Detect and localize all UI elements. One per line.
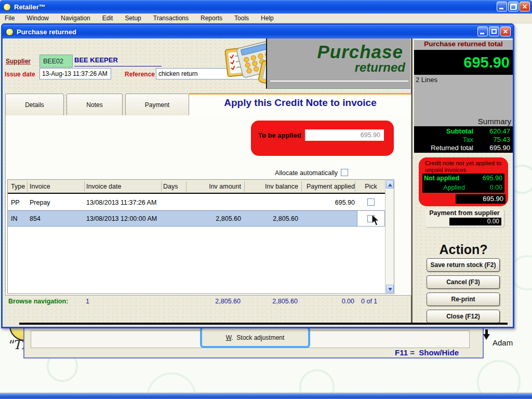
banner-line1: Purchase (267, 38, 410, 62)
purchase-returned-banner: Purchase returned (266, 38, 410, 89)
col-invoice-date[interactable]: Invoice date (86, 183, 121, 190)
menu-item-setup[interactable]: Setup (125, 15, 141, 22)
cancel-button[interactable]: Cancel (F3) (427, 275, 500, 289)
arrow-up-icon (388, 183, 392, 187)
menu-item-file[interactable]: File (5, 15, 15, 22)
cell-inv-amount: 2,805.60 (189, 215, 241, 222)
menu-item-window[interactable]: Window (26, 15, 49, 22)
minimize-icon (499, 8, 503, 9)
summary-row-subtotal: Subtotal 620.47 (414, 127, 513, 136)
main-titlebar: Retailer™ ✕ (0, 0, 532, 14)
menu-bar: File Window Navigation Edit Setup Transa… (0, 14, 532, 23)
table-row-prepay[interactable]: PP Prepay 13/08/2013 11:37:26 AM 695.90 (8, 195, 385, 210)
dialog-minimize-button[interactable] (477, 26, 488, 36)
maximize-icon (491, 29, 497, 34)
col-payment-applied[interactable]: Payment applied (303, 183, 355, 190)
payment-from-supplier-box: Payment from supplier 0.00 (425, 209, 504, 227)
scroll-up-button[interactable] (386, 180, 394, 189)
menu-item-help[interactable]: Help (261, 15, 274, 22)
browse-inv-amount: 2,805.60 (189, 298, 241, 305)
col-days[interactable]: Days (163, 183, 178, 190)
dialog-window-controls: ✕ (477, 26, 511, 36)
allocate-automatically-checkbox[interactable] (341, 169, 348, 176)
credit-note-net-value: 695.90 (456, 194, 506, 204)
to-be-applied-box: To be applied (251, 121, 394, 156)
browse-payment-applied: 0.00 (302, 298, 354, 305)
window-bottom-border (0, 393, 532, 399)
pick-checkbox-row1[interactable] (367, 198, 375, 206)
user-name-label: Adam (493, 338, 513, 347)
cell-type: IN (11, 215, 18, 222)
app-title: Retailer™ (14, 3, 46, 11)
save-return-stock-button[interactable]: Save return stock (F2) (427, 258, 500, 272)
allocate-automatically-label: Allocate automatically (234, 169, 338, 177)
summary-row-tax: Tax 75.43 (414, 136, 513, 144)
close-button[interactable]: ✕ (520, 2, 530, 11)
menu-item-tools[interactable]: Tools (234, 15, 249, 22)
dialog-close-button[interactable]: ✕ (500, 26, 511, 36)
app-icon (3, 3, 11, 11)
stock-adjustment-button[interactable]: W. Stock adjustment (200, 326, 310, 348)
tab-details[interactable]: Details (5, 94, 64, 116)
browse-row-count: 1 (86, 298, 96, 305)
reference-label: Reference (125, 71, 155, 78)
to-be-applied-input[interactable] (305, 129, 384, 141)
total-label-bar: Purchase returned total (414, 40, 513, 50)
supplier-code-field[interactable]: BEE02 (39, 55, 73, 68)
menu-item-reports[interactable]: Reports (201, 15, 222, 22)
background-window: W. Stock adjustment F11 = Show/Hide (23, 324, 484, 358)
payment-from-supplier-label: Payment from supplier (425, 209, 504, 217)
cell-invoice-date: 13/08/2013 12:00:00 AM (86, 215, 157, 222)
down-arrow-marker (482, 329, 491, 341)
scroll-down-button[interactable] (386, 285, 394, 293)
menu-item-transactions[interactable]: Transactions (153, 15, 189, 22)
summary-box: Subtotal 620.47 Tax 75.43 Returned total… (414, 126, 513, 153)
total-value-box: 695.90 (414, 50, 513, 75)
dialog-icon (6, 28, 14, 36)
close-f12-button[interactable]: Close (F12) (427, 310, 500, 323)
tab-payment[interactable]: Payment (125, 94, 189, 116)
f11-showhide-label: F11 = Show/Hide (395, 348, 459, 357)
restore-button[interactable] (508, 2, 518, 11)
dialog-body: Supplier BEE02 BEE KEEPER Issue date Ref… (3, 38, 513, 327)
apply-heading: Apply this Credit Note to invoice (189, 97, 411, 109)
cell-inv-balance: 2,805.60 (246, 215, 298, 222)
issue-date-input[interactable] (39, 68, 111, 79)
dialog-maximize-button[interactable] (489, 26, 499, 36)
cell-invoice: 854 (30, 215, 41, 222)
table-scrollbar[interactable] (385, 180, 394, 294)
dialog-titlebar: Purchase returned ✕ (3, 25, 513, 38)
pick-checkbox-row2[interactable] (367, 215, 375, 222)
col-invoice[interactable]: Invoice (30, 183, 50, 190)
supplier-name-link[interactable]: BEE KEEPER (74, 56, 162, 66)
menu-item-navigation[interactable]: Navigation (61, 15, 90, 22)
lines-label: 2 Lines (414, 75, 513, 84)
not-applied-row: Not applied 695.90 (422, 174, 504, 183)
close-icon: ✕ (501, 28, 510, 36)
close-icon: ✕ (520, 3, 529, 11)
col-type[interactable]: Type (11, 183, 25, 190)
col-inv-balance[interactable]: Inv balance (246, 183, 298, 190)
main-window: Retailer™ ✕ File Window Navigation Edit … (0, 0, 532, 399)
reprint-button[interactable]: Re-print (427, 292, 500, 306)
total-value: 695.90 (463, 54, 510, 71)
banner-line2: returned (267, 60, 410, 75)
cell-invoice-date: 13/08/2013 11:37:26 AM (86, 199, 156, 206)
main-window-controls: ✕ (497, 2, 530, 11)
stock-adjustment-label: W. Stock adjustment (226, 334, 285, 341)
summary-row-returned-total: Returned total 695.90 (414, 144, 513, 152)
cell-type: PP (11, 199, 20, 206)
table-row-invoice-854[interactable]: IN 854 13/08/2013 12:00:00 AM 2,805.60 2… (8, 210, 385, 227)
browse-inv-balance: 2,805.60 (246, 298, 298, 305)
summary-label: Summary (478, 117, 511, 126)
col-pick[interactable]: Pick (357, 183, 385, 190)
minimize-button[interactable] (497, 2, 507, 11)
cell-invoice: Prepay (30, 199, 50, 206)
col-inv-amount[interactable]: Inv amount (189, 183, 241, 190)
to-be-applied-label: To be applied (258, 131, 301, 139)
tab-notes[interactable]: Notes (66, 94, 123, 116)
minimize-icon (480, 33, 484, 34)
invoice-table: Type Invoice Invoice date Days Inv amoun… (7, 179, 394, 294)
browse-position: 0 of 1 (361, 298, 377, 305)
menu-item-edit[interactable]: Edit (102, 15, 113, 22)
